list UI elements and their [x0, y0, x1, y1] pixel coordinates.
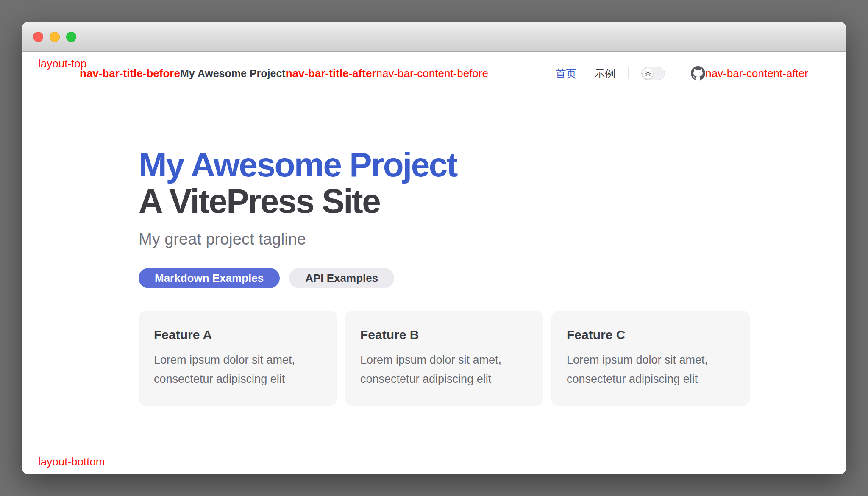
navbar: nav-bar-title-before My Awesome Project … [22, 62, 846, 85]
hero-text: A VitePress Site [139, 183, 774, 220]
close-window-button[interactable] [33, 32, 43, 42]
nav-bar-content-after-slot-label: nav-bar-content-after [705, 67, 808, 80]
hero-tagline: My great project tagline [139, 228, 774, 250]
feature-card-a: Feature A Lorem ipsum dolor sit amet, co… [139, 311, 337, 406]
feature-details: Lorem ipsum dolor sit amet, consectetur … [154, 351, 322, 389]
window-titlebar [22, 22, 846, 52]
nav-divider [678, 67, 678, 79]
hero-actions: Markdown Examples API Examples [139, 268, 774, 288]
feature-card-b: Feature B Lorem ipsum dolor sit amet, co… [345, 311, 543, 406]
hero-section: My Awesome Project A VitePress Site My g… [139, 147, 774, 288]
github-social-link[interactable] [691, 66, 705, 81]
features-grid: Feature A Lorem ipsum dolor sit amet, co… [139, 311, 750, 406]
layout-bottom-slot-label: layout-bottom [38, 455, 105, 468]
hero-name: My Awesome Project [139, 147, 774, 183]
theme-toggle-switch[interactable] [641, 67, 665, 80]
theme-toggle-knob [643, 68, 653, 79]
nav-bar-content-before-slot-label: nav-bar-content-before [376, 67, 488, 80]
sun-icon [645, 67, 651, 80]
markdown-examples-button[interactable]: Markdown Examples [139, 268, 280, 288]
site-title[interactable]: My Awesome Project [180, 67, 286, 80]
github-icon [691, 66, 705, 81]
feature-card-c: Feature C Lorem ipsum dolor sit amet, co… [551, 311, 750, 406]
feature-title: Feature B [360, 328, 528, 342]
vitepress-page: layout-top nav-bar-title-before My Aweso… [22, 52, 846, 474]
minimize-window-button[interactable] [50, 32, 60, 42]
navbar-title-group: nav-bar-title-before My Awesome Project … [80, 67, 488, 80]
nav-link-examples[interactable]: 示例 [594, 67, 615, 81]
nav-bar-title-before-slot-label: nav-bar-title-before [80, 67, 180, 80]
feature-details: Lorem ipsum dolor sit amet, consectetur … [567, 351, 734, 389]
feature-title: Feature C [567, 328, 734, 342]
navbar-menu: 首页 示例 [555, 66, 808, 81]
browser-window: layout-top nav-bar-title-before My Aweso… [22, 22, 846, 474]
nav-bar-title-after-slot-label: nav-bar-title-after [286, 67, 376, 80]
api-examples-button[interactable]: API Examples [289, 268, 394, 288]
feature-title: Feature A [154, 328, 322, 342]
traffic-lights [33, 32, 76, 42]
fullscreen-window-button[interactable] [66, 32, 76, 42]
feature-details: Lorem ipsum dolor sit amet, consectetur … [360, 351, 528, 389]
nav-divider [628, 67, 629, 79]
nav-link-home[interactable]: 首页 [555, 67, 576, 81]
